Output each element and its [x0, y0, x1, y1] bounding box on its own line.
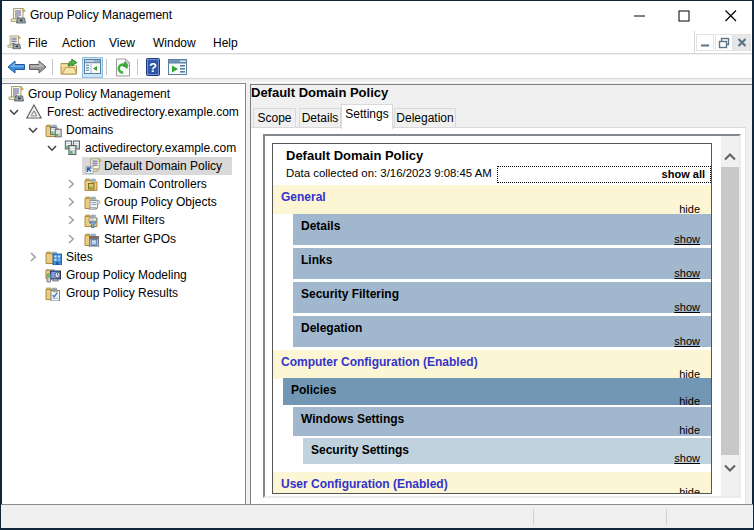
svg-text:?: ? — [149, 60, 157, 75]
